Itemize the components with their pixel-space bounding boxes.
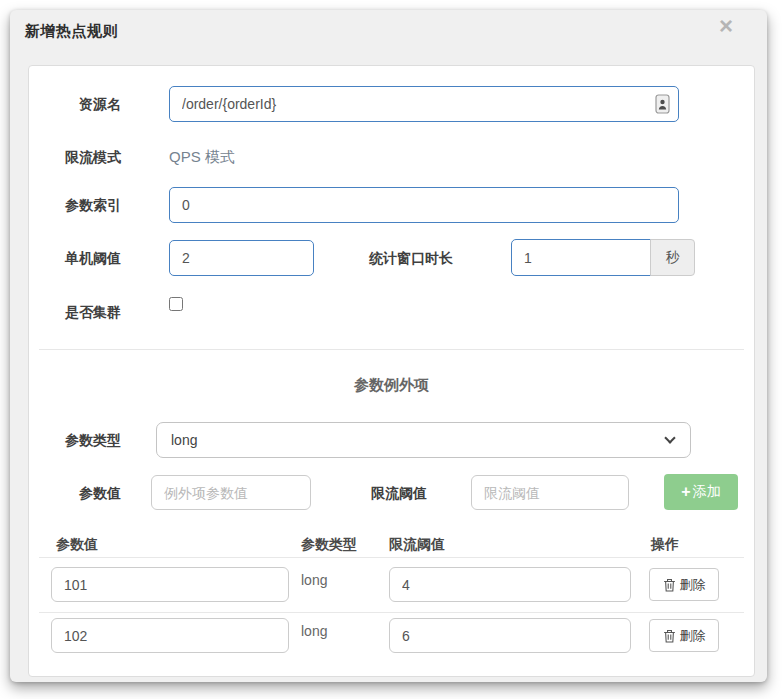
trash-icon	[663, 629, 676, 643]
add-exception-button[interactable]: + 添加	[664, 474, 738, 510]
resource-label: 资源名	[49, 94, 121, 114]
param-index-label: 参数索引	[49, 195, 121, 215]
param-index-input[interactable]	[169, 187, 679, 223]
threshold-input[interactable]	[169, 240, 314, 276]
row-type-cell: long	[301, 572, 327, 588]
row-limit-input[interactable]	[389, 567, 631, 602]
cluster-checkbox[interactable]	[169, 297, 183, 311]
exception-limit-input[interactable]	[471, 475, 629, 510]
exception-value-label: 参数值	[49, 483, 121, 503]
row-limit-input[interactable]	[389, 618, 631, 653]
param-type-label: 参数类型	[49, 430, 121, 450]
window-input[interactable]	[511, 239, 651, 276]
table-row-divider	[39, 612, 744, 613]
col-header-action: 操作	[651, 536, 679, 554]
delete-row-button[interactable]: 删除	[649, 619, 719, 652]
exception-limit-label: 限流阈值	[371, 483, 427, 503]
param-type-select[interactable]: long	[156, 422, 691, 458]
table-header-divider	[39, 557, 744, 558]
form-panel: 资源名 限流模式 QPS 模式 参数索引 单机阈值 统计窗口时长 秒 是否集群 …	[28, 65, 755, 677]
close-icon[interactable]: ×	[719, 12, 733, 40]
chevron-down-icon	[664, 432, 675, 443]
row-value-input[interactable]	[51, 567, 289, 602]
col-header-type: 参数类型	[301, 536, 357, 554]
window-label: 统计窗口时长	[369, 248, 453, 268]
resource-input[interactable]	[169, 86, 679, 122]
dialog-title: 新增热点规则	[25, 22, 118, 41]
autofill-icon	[655, 94, 744, 118]
row-value-input[interactable]	[51, 618, 289, 653]
window-unit-addon: 秒	[650, 239, 695, 276]
threshold-label: 单机阈值	[49, 248, 121, 268]
cluster-label: 是否集群	[49, 302, 121, 322]
row-type-cell: long	[301, 623, 327, 639]
trash-icon	[663, 578, 676, 592]
exception-value-input[interactable]	[151, 475, 311, 510]
plus-icon: +	[681, 484, 690, 500]
delete-row-button[interactable]: 删除	[649, 568, 719, 601]
mode-label: 限流模式	[49, 147, 121, 167]
add-hotspot-rule-dialog: 新增热点规则 × 资源名 限流模式 QPS 模式 参数索引 单机阈值 统计窗口时…	[10, 10, 767, 682]
section-divider	[39, 349, 744, 350]
col-header-limit: 限流阈值	[389, 536, 445, 554]
col-header-value: 参数值	[56, 536, 98, 554]
exceptions-heading: 参数例外项	[29, 376, 754, 395]
param-type-selected-value: long	[171, 432, 197, 448]
mode-value: QPS 模式	[169, 147, 235, 167]
